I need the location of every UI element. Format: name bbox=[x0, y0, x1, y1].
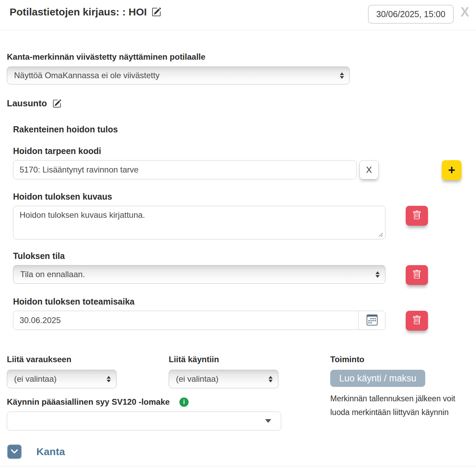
statement-label: Lausunto bbox=[7, 98, 47, 109]
attach-visit-field: Liitä käyntiin (ei valintaa) bbox=[169, 355, 278, 388]
result-time-label: Hoidon tuloksen toteamisaika bbox=[13, 297, 469, 307]
sv120-label: Käynnin pääasiallinen syy SV120 -lomake bbox=[7, 397, 170, 407]
attach-row: Liitä varaukseen (ei valintaa) Liitä käy… bbox=[7, 355, 330, 388]
need-code-label: Hoidon tarpeen koodi bbox=[13, 146, 469, 156]
attach-reservation-selected-value: (ei valintaa) bbox=[14, 374, 57, 384]
statement-row: Lausunto bbox=[7, 98, 469, 109]
structured-result-heading: Rakenteinen hoidon tulos bbox=[13, 125, 469, 134]
action-column: Toiminto Luo käynti / maksu Merkinnän ta… bbox=[330, 355, 467, 419]
select-updown-icon bbox=[269, 376, 273, 382]
clear-need-code-button[interactable]: X bbox=[359, 160, 379, 179]
dialog-body: Kanta-merkinnän viivästetty näyttäminen … bbox=[0, 52, 476, 459]
select-updown-icon bbox=[107, 376, 111, 382]
calendar-button[interactable] bbox=[358, 311, 385, 330]
result-time-input-group bbox=[13, 311, 385, 330]
delayed-display-select[interactable]: Näyttöä OmaKannassa ei ole viivästetty bbox=[7, 67, 350, 84]
attach-reservation-select[interactable]: (ei valintaa) bbox=[7, 370, 117, 388]
trash-icon bbox=[412, 315, 421, 326]
resize-grip-icon[interactable] bbox=[379, 233, 383, 237]
bottom-zone: Liitä varaukseen (ei valintaa) Liitä käy… bbox=[7, 355, 469, 430]
attach-visit-select[interactable]: (ei valintaa) bbox=[169, 370, 278, 388]
attach-reservation-label: Liitä varaukseen bbox=[7, 355, 117, 364]
kanta-section-link[interactable]: Kanta bbox=[36, 446, 65, 458]
result-status-selected-value: Tila on ennallaan. bbox=[20, 270, 85, 279]
delayed-display-selected-value: Näyttöä OmaKannassa ei ole viivästetty bbox=[14, 71, 159, 80]
dialog-close-icon[interactable]: X bbox=[461, 5, 469, 19]
action-note: Merkinnän tallennuksen jälkeen voit luod… bbox=[330, 392, 462, 419]
result-status-select[interactable]: Tila on ennallaan. bbox=[13, 265, 385, 284]
attach-visit-label: Liitä käyntiin bbox=[169, 355, 278, 364]
page-title: Potilastietojen kirjaus: : HOI bbox=[10, 6, 147, 18]
sv120-field: Käynnin pääasiallinen syy SV120 -lomake … bbox=[7, 397, 330, 430]
caret-down-icon bbox=[265, 419, 271, 423]
create-visit-payment-button[interactable]: Luo käynti / maksu bbox=[330, 370, 425, 387]
chevron-down-icon bbox=[11, 448, 18, 456]
header-right: 30/06/2025, 15:00 X bbox=[368, 4, 469, 24]
datetime-display[interactable]: 30/06/2025, 15:00 bbox=[368, 5, 454, 24]
select-updown-icon bbox=[376, 271, 380, 278]
delete-description-button[interactable] bbox=[406, 206, 428, 226]
trash-icon bbox=[412, 210, 421, 221]
attach-visit-selected-value: (ei valintaa) bbox=[176, 374, 218, 384]
sv120-select[interactable] bbox=[7, 412, 281, 430]
need-code-input[interactable] bbox=[13, 160, 357, 179]
result-description-textarea[interactable] bbox=[13, 206, 385, 239]
result-time-row bbox=[13, 311, 469, 331]
edit-statement-icon[interactable] bbox=[52, 99, 61, 108]
dialog-header: Potilastietojen kirjaus: : HOI 30/06/202… bbox=[0, 0, 476, 30]
attach-reservation-field: Liitä varaukseen (ei valintaa) bbox=[7, 355, 117, 388]
delete-status-button[interactable] bbox=[406, 265, 428, 285]
delayed-display-field: Kanta-merkinnän viivästetty näyttäminen … bbox=[7, 52, 469, 84]
need-code-row: X + bbox=[13, 160, 462, 180]
result-status-label: Tuloksen tila bbox=[13, 251, 469, 261]
delete-time-button[interactable] bbox=[406, 311, 428, 331]
attach-column: Liitä varaukseen (ei valintaa) Liitä käy… bbox=[7, 355, 330, 430]
select-updown-icon bbox=[340, 72, 344, 79]
action-label: Toiminto bbox=[330, 355, 467, 364]
sv120-label-row: Käynnin pääasiallinen syy SV120 -lomake … bbox=[7, 397, 330, 407]
dialog-footer: Näytä teksti Tulosta Tallenna Kantaan Ta… bbox=[0, 466, 476, 474]
textarea-wrap bbox=[13, 206, 385, 239]
structured-result-section: Rakenteinen hoidon tulos Hoidon tarpeen … bbox=[13, 125, 469, 331]
patient-record-dialog: Potilastietojen kirjaus: : HOI 30/06/202… bbox=[0, 0, 476, 474]
edit-title-icon[interactable] bbox=[152, 7, 161, 17]
result-status-row: Tila on ennallaan. bbox=[13, 265, 469, 285]
result-time-input[interactable] bbox=[13, 311, 358, 330]
result-description-label: Hoidon tuloksen kuvaus bbox=[13, 192, 469, 202]
title-wrap: Potilastietojen kirjaus: : HOI bbox=[10, 6, 161, 18]
kanta-expand-button[interactable] bbox=[7, 444, 22, 459]
add-need-code-button[interactable]: + bbox=[442, 160, 462, 180]
delayed-display-label: Kanta-merkinnän viivästetty näyttäminen … bbox=[7, 52, 469, 62]
kanta-section-row: Kanta bbox=[7, 444, 469, 459]
trash-icon bbox=[412, 270, 421, 281]
result-description-row bbox=[13, 206, 469, 239]
calendar-icon bbox=[367, 315, 378, 327]
info-icon[interactable]: i bbox=[179, 398, 189, 407]
